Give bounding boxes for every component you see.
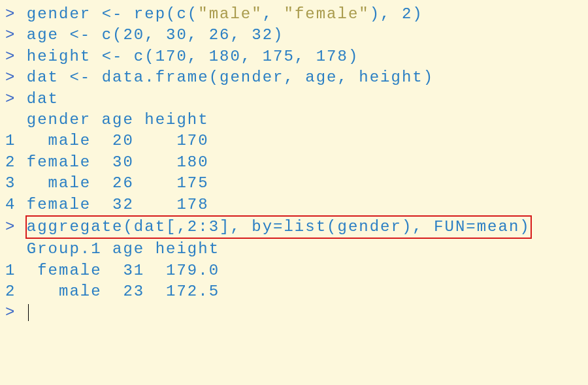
- code-text: dat <- data.frame(gender, age, height): [27, 69, 434, 86]
- code-text: ), 2): [370, 5, 423, 23]
- output-row: 1 female 31 179.0: [5, 260, 583, 281]
- prompt: >: [5, 90, 16, 108]
- output-row: 3 male 26 175: [5, 173, 583, 194]
- prompt: >: [5, 26, 16, 44]
- code-text: ,: [263, 5, 284, 23]
- prompt: >: [5, 303, 16, 321]
- code-text: aggregate(dat[,2:3], by=list(gender), FU…: [27, 218, 531, 236]
- output-header-1: gender age height: [5, 110, 583, 131]
- prompt: >: [5, 69, 16, 86]
- string-literal: "male": [198, 5, 262, 23]
- cursor-icon: [28, 304, 29, 321]
- string-literal: "female": [284, 5, 369, 23]
- output-row: 2 female 30 180: [5, 152, 583, 173]
- code-text: gender <- rep(c(: [27, 5, 198, 23]
- output-row: 1 male 20 170: [5, 131, 583, 151]
- code-line-6: > aggregate(dat[,2:3], by=list(gender), …: [5, 215, 583, 239]
- prompt-line[interactable]: >: [5, 302, 583, 323]
- highlight-box: aggregate(dat[,2:3], by=list(gender), FU…: [25, 215, 532, 239]
- prompt: >: [5, 48, 16, 65]
- output-row: 4 female 32 178: [5, 194, 583, 215]
- code-line-1: > gender <- rep(c("male", "female"), 2): [5, 4, 583, 25]
- code-text: height <- c(170, 180, 175, 178): [27, 48, 359, 65]
- output-header-2: Group.1 age height: [5, 239, 583, 260]
- code-line-5: > dat: [5, 89, 583, 110]
- prompt: >: [5, 218, 16, 236]
- code-text: age <- c(20, 30, 26, 32): [27, 26, 284, 44]
- code-line-3: > height <- c(170, 180, 175, 178): [5, 46, 583, 67]
- output-row: 2 male 23 172.5: [5, 281, 583, 302]
- code-line-2: > age <- c(20, 30, 26, 32): [5, 25, 583, 46]
- prompt: >: [5, 5, 16, 23]
- code-line-4: > dat <- data.frame(gender, age, height): [5, 67, 583, 88]
- code-text: dat: [27, 90, 59, 108]
